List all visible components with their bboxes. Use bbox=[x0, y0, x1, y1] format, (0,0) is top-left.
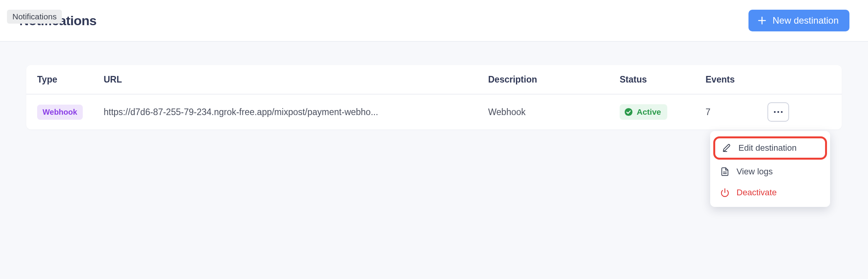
row-url: https://d7d6-87-255-79-234.ngrok-free.ap… bbox=[104, 107, 488, 117]
destinations-card: Type URL Description Status Events Webho… bbox=[26, 65, 842, 129]
menu-edit-destination[interactable]: Edit destination bbox=[713, 136, 827, 160]
svg-point-3 bbox=[774, 111, 776, 113]
table-row[interactable]: Webhook https://d7d6-87-255-79-234.ngrok… bbox=[26, 95, 842, 129]
col-url: URL bbox=[104, 74, 488, 85]
page-header: Notifications New destination bbox=[0, 0, 868, 42]
col-type: Type bbox=[37, 74, 104, 85]
row-actions-button[interactable] bbox=[767, 102, 789, 122]
col-status: Status bbox=[620, 74, 706, 85]
row-actions-menu: Edit destination View logs Deactivate bbox=[710, 131, 830, 207]
svg-point-2 bbox=[625, 108, 632, 116]
status-label: Active bbox=[637, 107, 661, 117]
new-destination-button[interactable]: New destination bbox=[748, 10, 849, 31]
col-description: Description bbox=[488, 74, 620, 85]
check-circle-icon bbox=[624, 108, 633, 116]
menu-logs-label: View logs bbox=[736, 167, 773, 177]
plus-icon bbox=[757, 16, 767, 26]
more-horizontal-icon bbox=[774, 111, 783, 113]
row-description: Webhook bbox=[488, 107, 620, 117]
menu-view-logs[interactable]: View logs bbox=[710, 161, 830, 182]
new-destination-label: New destination bbox=[772, 15, 839, 26]
content-area: Type URL Description Status Events Webho… bbox=[0, 42, 868, 279]
tooltip-notifications: Notifications bbox=[7, 10, 62, 24]
edit-icon bbox=[722, 143, 731, 153]
row-events: 7 bbox=[706, 107, 767, 117]
type-badge: Webhook bbox=[37, 105, 83, 120]
status-badge: Active bbox=[620, 104, 667, 120]
menu-edit-label: Edit destination bbox=[738, 143, 796, 153]
col-events: Events bbox=[706, 74, 767, 85]
svg-point-5 bbox=[781, 111, 783, 113]
svg-point-4 bbox=[777, 111, 779, 113]
power-icon bbox=[720, 188, 730, 197]
table-header: Type URL Description Status Events bbox=[26, 65, 842, 95]
menu-deactivate[interactable]: Deactivate bbox=[710, 182, 830, 203]
menu-deactivate-label: Deactivate bbox=[736, 188, 777, 198]
document-icon bbox=[720, 167, 730, 176]
